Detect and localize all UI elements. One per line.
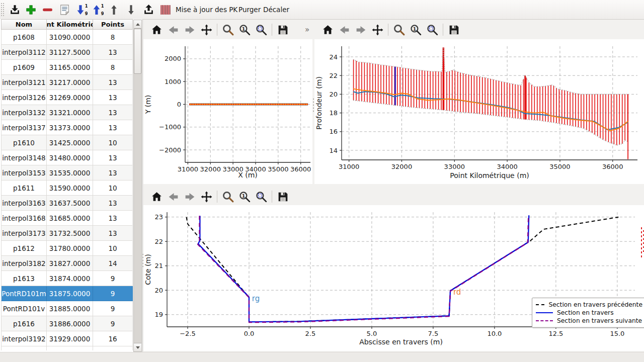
shift-button[interactable]: Décaler (261, 0, 291, 19)
cell-points[interactable]: 9 (93, 316, 133, 331)
cell-pk[interactable]: 31127.5000 (47, 45, 93, 60)
cell-pk[interactable]: 31886.0000 (47, 316, 93, 331)
cell-nom[interactable]: PontRD101m (1, 286, 47, 301)
cell-pk[interactable]: 31780.0000 (47, 241, 93, 256)
cell-points[interactable]: 13 (93, 196, 133, 211)
cell-points[interactable]: 13 (93, 120, 133, 135)
cell-nom[interactable]: p1613 (1, 271, 47, 286)
cell-pk[interactable]: 31874.0000 (47, 271, 93, 286)
forward-icon[interactable] (182, 189, 197, 204)
cell-nom[interactable]: interpol3126 (1, 90, 47, 105)
table-row[interactable]: p161231780.000010 (1, 241, 133, 256)
cell-nom[interactable]: p1609 (1, 60, 47, 75)
cell-points[interactable]: 9 (93, 301, 133, 316)
sort-descending-icon[interactable] (74, 3, 88, 16)
cell-points[interactable]: 13 (93, 45, 133, 60)
cell-points[interactable]: 10 (93, 135, 133, 150)
pan-icon[interactable] (199, 189, 214, 204)
cell-pk[interactable]: 31535.0000 (47, 165, 93, 180)
scroll-down-button[interactable] (134, 343, 141, 351)
cell-points[interactable]: 16 (93, 331, 133, 346)
cell-nom[interactable]: PontRD101v (1, 301, 47, 316)
cell-pk[interactable]: 31732.5000 (47, 226, 93, 241)
cell-nom[interactable]: p1612 (1, 241, 47, 256)
cell-pk[interactable]: 31827.0000 (47, 256, 93, 271)
table-row[interactable]: interpol312131217.000013 (1, 75, 133, 90)
cell-points[interactable]: 10 (93, 241, 133, 256)
home-icon[interactable] (320, 22, 335, 37)
zoom-one-icon[interactable] (237, 189, 252, 204)
table-row[interactable]: p161131590.000010 (1, 180, 133, 196)
toolbar-grip[interactable] (1, 3, 5, 16)
zoom-selection-icon[interactable] (425, 22, 440, 37)
table-row[interactable]: interpol316831685.000013 (1, 211, 133, 226)
zoom-icon[interactable] (220, 189, 235, 204)
cell-points[interactable]: 13 (93, 75, 133, 90)
cell-nom[interactable]: p1610 (1, 135, 47, 150)
section-plot-canvas[interactable]: rgrd−2.50.02.55.07.510.012.515.019202122… (143, 205, 644, 351)
zoom-one-icon[interactable] (237, 22, 252, 37)
cell-points[interactable]: 13 (93, 226, 133, 241)
cell-nom[interactable]: p1611 (1, 180, 47, 196)
cell-nom[interactable]: interpol3112 (1, 45, 47, 60)
cell-nom[interactable]: interpol3137 (1, 120, 47, 135)
cell-nom[interactable]: p1608 (1, 30, 47, 45)
table-row[interactable]: interpol317331732.500013 (1, 226, 133, 241)
vertical-splitter-handle[interactable] (312, 99, 314, 112)
home-icon[interactable] (149, 189, 164, 204)
purge-button[interactable]: Purger (236, 0, 263, 19)
remove-icon[interactable] (41, 3, 54, 16)
cell-nom[interactable]: interpol3153 (1, 165, 47, 180)
table-scrollbar[interactable] (133, 20, 142, 352)
table-row[interactable]: p160831090.00008 (1, 30, 133, 45)
pan-icon[interactable] (370, 22, 385, 37)
table-row[interactable]: interpol312631269.000013 (1, 90, 133, 105)
save-icon[interactable] (446, 22, 461, 37)
column-header-nom[interactable]: Nom (1, 19, 47, 30)
zoom-selection-icon[interactable] (254, 22, 269, 37)
plan-plot-canvas[interactable]: 310003200033000340003500036000−2000−1000… (143, 39, 312, 184)
cell-points[interactable]: 8 (93, 30, 133, 45)
cell-points[interactable]: 14 (93, 256, 133, 271)
cell-pk[interactable]: 31875.0000 (47, 286, 93, 301)
zoom-icon[interactable] (391, 22, 407, 37)
table-row[interactable]: interpol318231827.000014 (1, 256, 133, 271)
pan-icon[interactable] (199, 22, 214, 37)
cell-pk[interactable]: 31321.0000 (47, 105, 93, 120)
cell-pk[interactable]: 31929.0000 (47, 331, 93, 346)
table-row[interactable]: PontRD101m31875.00009 (1, 286, 133, 301)
cell-pk[interactable]: 31637.5000 (47, 196, 93, 211)
table-row[interactable]: interpol315331535.000013 (1, 165, 133, 180)
move-down-icon[interactable] (124, 3, 137, 16)
cell-nom[interactable]: interpol3121 (1, 75, 47, 90)
forward-icon[interactable] (353, 22, 368, 37)
cell-pk[interactable]: 31685.0000 (47, 211, 93, 226)
import-icon[interactable] (8, 3, 21, 16)
zoom-selection-icon[interactable] (254, 189, 269, 204)
cell-nom[interactable]: interpol3148 (1, 150, 47, 165)
cell-pk[interactable]: 31885.0000 (47, 301, 93, 316)
column-header-points[interactable]: Points (93, 19, 133, 30)
back-icon[interactable] (337, 22, 352, 37)
cell-points[interactable]: 9 (93, 286, 133, 301)
toolbar-overflow-button[interactable]: » (292, 25, 309, 34)
cell-nom[interactable]: p1616 (1, 316, 47, 331)
table-row[interactable]: interpol313731373.000013 (1, 120, 133, 135)
cell-pk[interactable]: 31590.0000 (47, 180, 93, 196)
table-row[interactable]: interpol319231929.000016 (1, 331, 133, 346)
cell-points[interactable]: 13 (93, 105, 133, 120)
add-icon[interactable] (24, 3, 37, 16)
forward-icon[interactable] (182, 22, 197, 37)
cell-points[interactable]: 13 (93, 165, 133, 180)
document-icon[interactable] (58, 3, 71, 16)
column-header-point-kilometrique[interactable]: Point Kilométrique (47, 19, 93, 30)
cell-points[interactable]: 13 (93, 150, 133, 165)
table-row[interactable]: p161031425.000010 (1, 135, 133, 150)
sort-ascending-icon[interactable] (91, 3, 104, 16)
cell-pk[interactable]: 31217.0000 (47, 75, 93, 90)
cell-points[interactable]: 13 (93, 90, 133, 105)
sections-icon[interactable] (158, 3, 172, 16)
cell-points[interactable]: 9 (93, 271, 133, 286)
cell-nom[interactable]: interpol3173 (1, 226, 47, 241)
table-row[interactable]: p161631886.00009 (1, 316, 133, 331)
